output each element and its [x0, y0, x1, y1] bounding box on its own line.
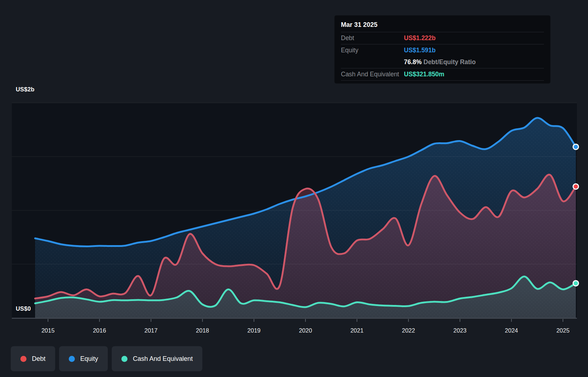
cash-series-dot-icon: [121, 356, 127, 362]
tooltip-debt-label: Debt: [341, 34, 404, 42]
x-label-2018: 2018: [196, 327, 209, 334]
tooltip-debt-value: US$1.222b: [404, 34, 436, 42]
x-label-2020: 2020: [299, 327, 312, 334]
legend-debt-label: Debt: [32, 355, 45, 363]
x-label-2016: 2016: [93, 327, 106, 334]
cash-and-equivalent-endpoint-marker[interactable]: [573, 281, 578, 286]
equity-series-dot-icon: [69, 356, 75, 362]
legend-equity-label: Equity: [80, 355, 98, 363]
tooltip-row-debt: Debt US$1.222b: [341, 32, 544, 44]
debt-equity-ratio-label: Debt/Equity Ratio: [424, 58, 476, 66]
x-label-2022: 2022: [402, 327, 415, 334]
x-label-2017: 2017: [144, 327, 158, 334]
tooltip-equity-label: Equity: [341, 47, 404, 54]
equity-endpoint-marker[interactable]: [573, 144, 578, 149]
debt-endpoint-marker[interactable]: [573, 184, 578, 189]
legend-chip-cash[interactable]: Cash And Equivalent: [112, 346, 202, 371]
tooltip-cash-label: Cash And Equivalent: [341, 71, 404, 78]
x-label-2015: 2015: [42, 327, 55, 334]
debt-series-dot-icon: [20, 356, 26, 362]
x-label-2025: 2025: [556, 327, 570, 334]
legend-chip-debt[interactable]: Debt: [11, 346, 55, 371]
legend-chip-equity[interactable]: Equity: [59, 346, 108, 371]
debt-equity-ratio-value: 76.8%: [404, 58, 422, 66]
chart-tooltip: Mar 31 2025 Debt US$1.222b Equity US$1.5…: [334, 15, 550, 83]
x-label-2021: 2021: [350, 327, 363, 334]
tooltip-date: Mar 31 2025: [341, 19, 544, 32]
tooltip-row-ratio: 76.8% Debt/Equity Ratio: [341, 56, 544, 68]
y-axis-zero-label: US$0: [16, 305, 31, 312]
tooltip-row-cash: Cash And Equivalent US$321.850m: [341, 68, 544, 81]
tooltip-row-equity: Equity US$1.591b: [341, 44, 544, 56]
x-label-2024: 2024: [505, 327, 518, 334]
x-label-2019: 2019: [247, 327, 261, 334]
x-label-2023: 2023: [453, 327, 467, 334]
legend-cash-label: Cash And Equivalent: [133, 355, 193, 363]
y-axis-max-label: US$2b: [16, 86, 34, 93]
chart-legend: Debt Equity Cash And Equivalent: [11, 346, 202, 371]
tooltip-cash-value: US$321.850m: [404, 71, 444, 78]
tooltip-equity-value: US$1.591b: [404, 47, 436, 54]
